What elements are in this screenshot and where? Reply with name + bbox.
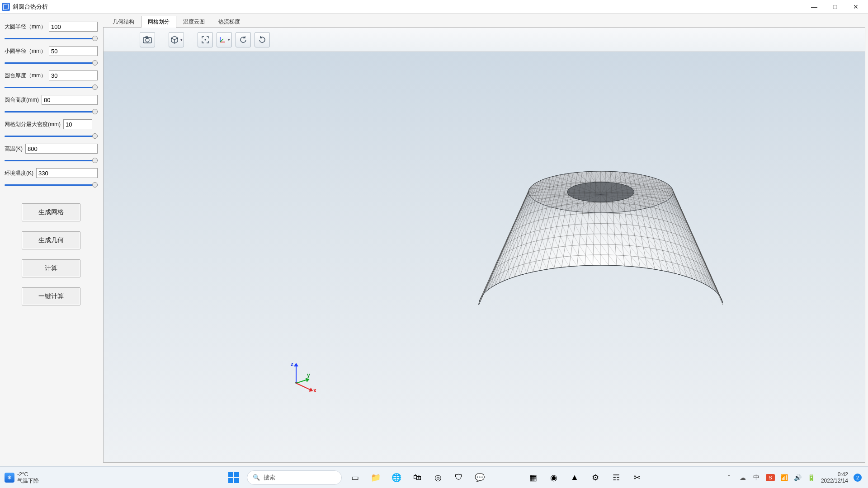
wifi-icon[interactable]: 📶 bbox=[780, 474, 788, 482]
axes-icon[interactable] bbox=[217, 32, 232, 47]
label-big-radius: 大圆半径（mm） bbox=[5, 23, 46, 31]
clock-date: 2022/12/14 bbox=[821, 478, 848, 484]
param-thickness: 圆台厚度（mm） bbox=[5, 70, 98, 90]
search-icon: 🔍 bbox=[253, 474, 260, 481]
mcafee-icon[interactable]: 🛡 bbox=[451, 470, 467, 485]
tab-geometry[interactable]: 几何结构 bbox=[106, 16, 141, 28]
label-height: 圆台高度(mm) bbox=[5, 96, 39, 104]
label-thickness: 圆台厚度（mm） bbox=[5, 72, 46, 80]
clock-time: 0:42 bbox=[821, 471, 848, 478]
weather-icon[interactable]: ❄ bbox=[5, 473, 14, 483]
cube-view-icon[interactable] bbox=[169, 32, 184, 47]
slider-height[interactable] bbox=[5, 108, 98, 115]
param-height: 圆台高度(mm) bbox=[5, 95, 98, 115]
one-click-compute-button[interactable]: 一键计算 bbox=[22, 287, 80, 305]
compute-button[interactable]: 计算 bbox=[22, 259, 80, 277]
slider-env-temp[interactable] bbox=[5, 182, 98, 188]
slider-thickness[interactable] bbox=[5, 84, 98, 90]
comsol-icon[interactable]: ☶ bbox=[609, 470, 624, 485]
axis-y-label: y bbox=[307, 372, 310, 378]
mesh-model bbox=[104, 52, 863, 427]
cloud-icon[interactable]: ☁ bbox=[739, 474, 747, 482]
notifications-badge[interactable]: 2 bbox=[854, 474, 862, 482]
tab-heat-flux[interactable]: 热流梯度 bbox=[212, 16, 247, 28]
weather-temp: -2°C bbox=[17, 471, 39, 478]
svg-line-485 bbox=[717, 287, 723, 302]
ime-icon[interactable]: 中 bbox=[752, 474, 760, 482]
dell-icon[interactable]: ◎ bbox=[430, 470, 446, 485]
weather-desc: 气温下降 bbox=[17, 478, 39, 484]
svg-point-1 bbox=[146, 38, 149, 42]
svg-point-3 bbox=[205, 39, 206, 40]
param-big-radius: 大圆半径（mm） bbox=[5, 22, 98, 42]
axis-z-label: z bbox=[291, 361, 293, 367]
param-small-radius: 小圆半径（mm） bbox=[5, 46, 98, 66]
search-placeholder: 搜索 bbox=[264, 474, 275, 482]
taskbar-search[interactable]: 🔍 搜索 bbox=[247, 470, 342, 485]
slider-big-radius[interactable] bbox=[5, 35, 98, 42]
snip-icon[interactable]: ✂ bbox=[629, 470, 645, 485]
battery-icon[interactable]: 🔋 bbox=[807, 474, 816, 482]
tab-temperature[interactable]: 温度云图 bbox=[176, 16, 212, 28]
maximize-button[interactable]: □ bbox=[825, 0, 845, 14]
generate-mesh-button[interactable]: 生成网格 bbox=[22, 203, 80, 221]
rotate-cw-icon[interactable] bbox=[255, 32, 270, 47]
close-button[interactable]: ✕ bbox=[845, 0, 866, 14]
app2-icon[interactable]: ◉ bbox=[546, 470, 561, 485]
label-mesh-density: 网格划分最大密度(mm) bbox=[5, 121, 61, 128]
input-thickness[interactable] bbox=[49, 70, 98, 80]
slider-high-temp[interactable] bbox=[5, 157, 98, 164]
tabs-row: 几何结构 网格划分 温度云图 热流梯度 bbox=[102, 15, 865, 27]
param-high-temp: 高温(K) bbox=[5, 144, 98, 164]
axis-x-label: x bbox=[313, 387, 316, 394]
app1-icon[interactable]: ▦ bbox=[525, 470, 541, 485]
input-env-temp[interactable] bbox=[36, 168, 98, 178]
generate-geometry-button[interactable]: 生成几何 bbox=[22, 231, 80, 249]
app-icon bbox=[2, 3, 10, 11]
fit-view-icon[interactable] bbox=[198, 32, 213, 47]
param-env-temp: 环境温度(K) bbox=[5, 168, 98, 188]
label-env-temp: 环境温度(K) bbox=[5, 169, 33, 177]
file-explorer-icon[interactable]: 📁 bbox=[368, 470, 383, 485]
label-high-temp: 高温(K) bbox=[5, 145, 23, 153]
taskbar-clock[interactable]: 0:42 2022/12/14 bbox=[821, 471, 848, 484]
slider-small-radius[interactable] bbox=[5, 60, 98, 66]
app-title: 斜圆台热分析 bbox=[13, 3, 48, 11]
taskbar: ❄ -2°C 气温下降 🔍 搜索 ▭ 📁 🌐 🛍 ◎ 🛡 💬 ▦ ◉ ▲ ⚙ ☶… bbox=[0, 466, 868, 488]
taskview-icon[interactable]: ▭ bbox=[347, 470, 363, 485]
app3-icon[interactable]: ▲ bbox=[567, 470, 582, 485]
input-small-radius[interactable] bbox=[49, 46, 98, 56]
3d-viewport[interactable]: z y x bbox=[104, 52, 865, 462]
edge-icon[interactable]: 🌐 bbox=[389, 470, 404, 485]
titlebar: 斜圆台热分析 ― □ ✕ bbox=[0, 0, 868, 14]
axes-triad: z y x bbox=[284, 363, 316, 394]
parameters-panel: 大圆半径（mm） 小圆半径（mm） 圆台厚度（mm） 圆台高度(mm) bbox=[0, 14, 102, 466]
start-button[interactable] bbox=[226, 470, 241, 485]
settings-icon[interactable]: ⚙ bbox=[588, 470, 603, 485]
store-icon[interactable]: 🛍 bbox=[410, 470, 425, 485]
wechat-icon[interactable]: 💬 bbox=[472, 470, 487, 485]
viewer-frame: z y x bbox=[103, 27, 865, 463]
volume-icon[interactable]: 🔊 bbox=[794, 474, 802, 482]
camera-icon[interactable] bbox=[140, 32, 155, 47]
slider-mesh-density[interactable] bbox=[5, 133, 98, 139]
weather-widget[interactable]: -2°C 气温下降 bbox=[17, 471, 39, 484]
tab-mesh[interactable]: 网格划分 bbox=[141, 16, 176, 28]
input-high-temp[interactable] bbox=[25, 144, 98, 154]
minimize-button[interactable]: ― bbox=[804, 0, 825, 14]
param-mesh-density: 网格划分最大密度(mm) bbox=[5, 119, 98, 139]
viewer-panel: 几何结构 网格划分 温度云图 热流梯度 bbox=[102, 14, 868, 466]
label-small-radius: 小圆半径（mm） bbox=[5, 47, 46, 55]
svg-line-439 bbox=[479, 292, 485, 302]
viewer-toolbar bbox=[104, 28, 865, 52]
input-big-radius[interactable] bbox=[49, 22, 98, 32]
input-mesh-density[interactable] bbox=[63, 119, 92, 129]
svg-line-486 bbox=[717, 290, 723, 305]
tray-chevron-icon[interactable]: ˄ bbox=[725, 474, 733, 482]
input-height[interactable] bbox=[42, 95, 98, 105]
rotate-ccw-icon[interactable] bbox=[236, 32, 251, 47]
sogou-icon[interactable]: S bbox=[766, 474, 775, 481]
